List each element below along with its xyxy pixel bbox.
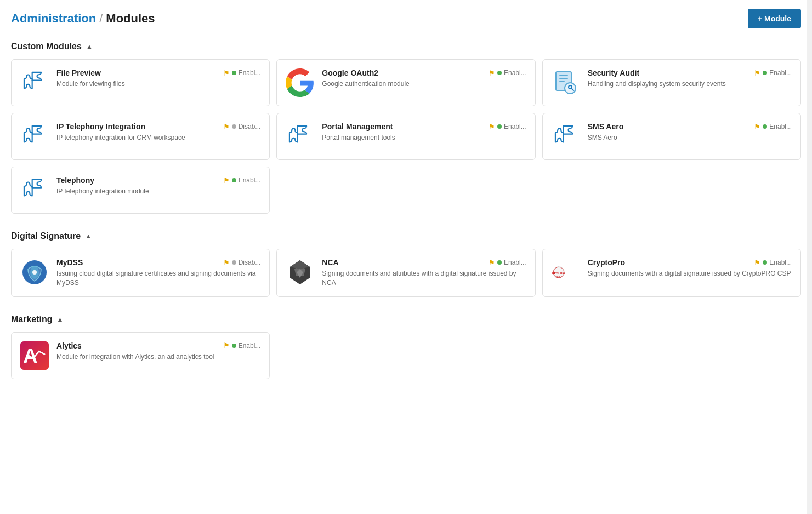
module-name-mydss: MyDSS: [56, 258, 83, 267]
scrollbar[interactable]: [807, 0, 812, 514]
module-title-row-cryptopro: CryptoPro ⚑ Enabl...: [588, 258, 792, 267]
shield-icon-file-preview: ⚑: [223, 69, 230, 77]
module-name-alytics: Alytics: [56, 341, 82, 350]
module-name-google-oauth2: Google OAuth2: [322, 68, 378, 77]
module-status-sms-aero: ⚑ Enabl...: [754, 123, 792, 131]
status-dot-ip-telephony: [232, 124, 236, 129]
module-icon-telephony: [20, 176, 49, 204]
shield-icon-telephony: ⚑: [223, 176, 230, 185]
shield-icon-nca: ⚑: [489, 259, 495, 267]
module-title-row-alytics: Alytics ⚑ Enabl...: [56, 341, 260, 350]
section-marketing: Marketing ▲ A Alytics ⚑ Enabl... Module …: [11, 315, 801, 379]
module-icon-security-audit: [552, 68, 580, 97]
module-desc-google-oauth2: Google authentication module: [322, 79, 526, 89]
module-card-ip-telephony[interactable]: IP Telephony Integration ⚑ Disab... IP t…: [11, 113, 270, 160]
shield-icon-security-audit: ⚑: [754, 69, 760, 77]
module-card-cryptopro[interactable]: КРИПТО ПРО CryptoPro ⚑ Enabl... Signing …: [542, 249, 801, 297]
module-name-sms-aero: SMS Aero: [588, 122, 624, 131]
section-header-custom-modules[interactable]: Custom Modules ▲: [11, 42, 801, 52]
module-title-row-portal-management: Portal Management ⚑ Enabl...: [322, 122, 526, 131]
svg-rect-3: [559, 81, 565, 82]
module-info-mydss: MyDSS ⚑ Disab... Issuing cloud digital s…: [56, 258, 260, 288]
module-status-file-preview: ⚑ Enabl...: [223, 69, 261, 77]
status-dot-sms-aero: [763, 124, 767, 129]
status-label-security-audit: Enabl...: [769, 69, 792, 77]
module-card-alytics[interactable]: A Alytics ⚑ Enabl... Module for integrat…: [11, 332, 270, 379]
add-module-button[interactable]: + Module: [748, 9, 801, 28]
module-icon-cryptopro: КРИПТО ПРО: [552, 258, 580, 287]
module-icon-portal-management: [286, 122, 314, 151]
module-card-security-audit[interactable]: Security Audit ⚑ Enabl... Handling and d…: [542, 59, 801, 106]
modules-grid-custom-modules: File Preview ⚑ Enabl... Module for viewi…: [11, 59, 801, 214]
page-wrapper: Administration / Modules + Module Custom…: [0, 0, 812, 514]
svg-point-9: [32, 270, 37, 275]
module-title-row-sms-aero: SMS Aero ⚑ Enabl...: [588, 122, 792, 131]
status-label-file-preview: Enabl...: [239, 69, 261, 77]
module-status-alytics: ⚑ Enabl...: [223, 341, 261, 350]
module-title-row-security-audit: Security Audit ⚑ Enabl...: [588, 68, 792, 77]
module-status-google-oauth2: ⚑ Enabl...: [489, 69, 526, 77]
sections-container: Custom Modules ▲ File Preview ⚑ Enabl...…: [11, 42, 801, 379]
section-title-marketing: Marketing: [11, 315, 53, 324]
module-desc-ip-telephony: IP telephony integration for CRM workspa…: [56, 133, 260, 142]
module-info-portal-management: Portal Management ⚑ Enabl... Portal mana…: [322, 122, 526, 142]
module-icon-ip-telephony: [20, 122, 49, 151]
modules-grid-digital-signature: MyDSS ⚑ Disab... Issuing cloud digital s…: [11, 249, 801, 297]
module-status-portal-management: ⚑ Enabl...: [489, 123, 526, 131]
module-desc-telephony: IP telephony integration module: [56, 187, 260, 196]
status-dot-google-oauth2: [497, 71, 502, 75]
breadcrumb-current: Modules: [106, 12, 155, 26]
shield-icon-portal-management: ⚑: [489, 123, 495, 131]
page-header: Administration / Modules + Module: [11, 9, 801, 28]
module-icon-nca: [286, 258, 314, 287]
module-title-row-file-preview: File Preview ⚑ Enabl...: [56, 68, 260, 77]
module-info-file-preview: File Preview ⚑ Enabl... Module for viewi…: [56, 68, 260, 89]
module-info-alytics: Alytics ⚑ Enabl... Module for integratio…: [56, 341, 260, 362]
breadcrumb-admin[interactable]: Administration: [11, 12, 96, 26]
module-title-row-google-oauth2: Google OAuth2 ⚑ Enabl...: [322, 68, 526, 77]
section-digital-signature: Digital Signature ▲ MyDSS ⚑ Disab... Iss…: [11, 231, 801, 297]
shield-icon-sms-aero: ⚑: [754, 123, 760, 131]
section-title-digital-signature: Digital Signature: [11, 231, 81, 241]
module-card-mydss[interactable]: MyDSS ⚑ Disab... Issuing cloud digital s…: [11, 249, 270, 297]
module-info-nca: NCA ⚑ Enabl... Signing documents and att…: [322, 258, 526, 288]
module-title-row-telephony: Telephony ⚑ Enabl...: [56, 176, 260, 185]
module-icon-sms-aero: [552, 122, 580, 151]
module-desc-sms-aero: SMS Aero: [588, 133, 792, 142]
module-status-ip-telephony: ⚑ Disab...: [223, 123, 261, 131]
status-label-ip-telephony: Disab...: [239, 123, 261, 130]
module-name-telephony: Telephony: [56, 176, 94, 185]
status-dot-file-preview: [232, 71, 236, 75]
module-status-security-audit: ⚑ Enabl...: [754, 69, 792, 77]
module-name-cryptopro: CryptoPro: [588, 258, 625, 267]
section-header-marketing[interactable]: Marketing ▲: [11, 315, 801, 324]
module-desc-mydss: Issuing cloud digital signature certific…: [56, 269, 260, 288]
module-card-sms-aero[interactable]: SMS Aero ⚑ Enabl... SMS Aero: [542, 113, 801, 160]
module-status-telephony: ⚑ Enabl...: [223, 176, 261, 185]
module-card-file-preview[interactable]: File Preview ⚑ Enabl... Module for viewi…: [11, 59, 270, 106]
status-dot-nca: [497, 260, 502, 265]
module-name-nca: NCA: [322, 258, 338, 267]
module-card-google-oauth2[interactable]: Google OAuth2 ⚑ Enabl... Google authenti…: [276, 59, 535, 106]
module-name-ip-telephony: IP Telephony Integration: [56, 122, 145, 131]
module-info-ip-telephony: IP Telephony Integration ⚑ Disab... IP t…: [56, 122, 260, 142]
svg-rect-2: [559, 78, 568, 79]
status-label-google-oauth2: Enabl...: [504, 69, 526, 77]
status-dot-mydss: [232, 260, 236, 265]
module-desc-cryptopro: Signing documents with a digital signatu…: [588, 269, 792, 278]
breadcrumb-separator: /: [99, 12, 103, 26]
section-custom-modules: Custom Modules ▲ File Preview ⚑ Enabl...…: [11, 42, 801, 214]
module-card-telephony[interactable]: Telephony ⚑ Enabl... IP telephony integr…: [11, 167, 270, 214]
module-status-nca: ⚑ Enabl...: [489, 259, 526, 267]
shield-icon-cryptopro: ⚑: [754, 259, 760, 267]
module-card-portal-management[interactable]: Portal Management ⚑ Enabl... Portal mana…: [276, 113, 535, 160]
shield-icon-ip-telephony: ⚑: [223, 123, 230, 131]
section-header-digital-signature[interactable]: Digital Signature ▲: [11, 231, 801, 241]
shield-icon-google-oauth2: ⚑: [489, 69, 495, 77]
status-dot-security-audit: [763, 71, 767, 75]
module-title-row-ip-telephony: IP Telephony Integration ⚑ Disab...: [56, 122, 260, 131]
modules-grid-marketing: A Alytics ⚑ Enabl... Module for integrat…: [11, 332, 801, 379]
module-card-nca[interactable]: NCA ⚑ Enabl... Signing documents and att…: [276, 249, 535, 297]
status-label-portal-management: Enabl...: [504, 123, 526, 130]
section-title-custom-modules: Custom Modules: [11, 42, 82, 52]
